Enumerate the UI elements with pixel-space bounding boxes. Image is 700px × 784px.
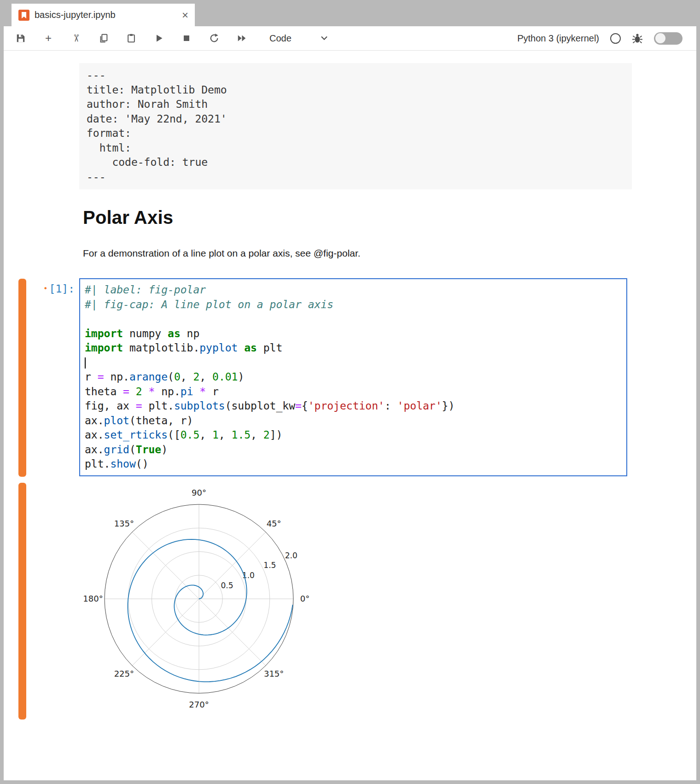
svg-text:2.0: 2.0 <box>285 551 298 560</box>
add-cell-button[interactable]: + <box>43 33 54 44</box>
run-cell-button[interactable] <box>153 33 164 44</box>
play-icon <box>154 34 163 43</box>
kernel-name[interactable]: Python 3 (ipykernel) <box>517 33 599 44</box>
copy-cell-button[interactable] <box>98 33 109 44</box>
cell-type-dropdown[interactable]: Code <box>269 33 328 44</box>
restart-icon <box>209 33 219 43</box>
notebook-tab[interactable]: basics-jupyter.ipynb × <box>12 4 195 26</box>
code-cell[interactable]: #| label: fig-polar#| fig-cap: A line pl… <box>79 278 627 476</box>
raw-cell[interactable]: --- title: Matplotlib Demo author: Norah… <box>79 63 632 189</box>
raw-cell-text: --- title: Matplotlib Demo author: Norah… <box>87 68 624 184</box>
plus-icon: + <box>45 33 52 44</box>
tab-title: basics-jupyter.ipynb <box>35 10 116 20</box>
svg-text:270°: 270° <box>189 700 209 709</box>
tab-bar: basics-jupyter.ipynb × <box>4 4 696 26</box>
svg-text:315°: 315° <box>264 669 284 679</box>
debugger-bug-icon[interactable] <box>632 33 643 44</box>
code-editor[interactable]: #| label: fig-polar#| fig-cap: A line pl… <box>85 283 622 472</box>
chevron-down-icon <box>320 35 328 41</box>
execution-count: •[1]: <box>30 283 75 295</box>
save-button[interactable] <box>15 33 26 44</box>
polar-plot-figure: 0°45°90°135°180°225°270°315°0.51.01.52.0 <box>69 483 327 722</box>
modified-dot: • <box>43 284 48 293</box>
svg-text:90°: 90° <box>192 488 206 497</box>
toggle-knob <box>655 33 665 43</box>
restart-kernel-button[interactable] <box>209 33 220 44</box>
svg-text:1.5: 1.5 <box>263 561 276 570</box>
paste-icon <box>126 33 136 43</box>
stop-icon <box>182 34 191 42</box>
svg-text:225°: 225° <box>114 669 134 679</box>
interrupt-kernel-button[interactable] <box>181 33 192 44</box>
scissors-icon: ✂ <box>71 34 81 42</box>
cell-output: 0°45°90°135°180°225°270°315°0.51.01.52.0 <box>69 483 327 722</box>
run-all-button[interactable] <box>236 33 247 44</box>
cell-type-label: Code <box>269 33 292 44</box>
copy-icon <box>99 33 109 43</box>
svg-text:45°: 45° <box>267 519 281 528</box>
save-icon <box>16 33 26 43</box>
kernel-status-icon[interactable] <box>610 33 621 44</box>
jupyterlab-window: basics-jupyter.ipynb × + ✂ <box>0 0 700 784</box>
notebook-file-icon <box>18 9 30 21</box>
notebook-toolbar: + ✂ <box>4 26 696 51</box>
svg-text:0.5: 0.5 <box>221 581 233 590</box>
tab-close-button[interactable]: × <box>182 10 188 21</box>
fast-forward-icon <box>237 33 247 43</box>
cut-cell-button[interactable]: ✂ <box>70 33 82 44</box>
markdown-paragraph: For a demonstration of a line plot on a … <box>83 248 361 259</box>
notebook-panel: --- title: Matplotlib Demo author: Norah… <box>4 51 696 780</box>
markdown-heading: Polar Axis <box>83 207 173 228</box>
svg-text:180°: 180° <box>83 594 103 603</box>
execution-count-text: [1]: <box>49 283 75 295</box>
svg-text:135°: 135° <box>114 519 134 528</box>
simple-mode-toggle[interactable] <box>654 32 682 45</box>
cell-collapser-output[interactable] <box>18 483 26 720</box>
cell-collapser-code[interactable] <box>18 279 26 477</box>
paste-cell-button[interactable] <box>126 33 137 44</box>
svg-text:0°: 0° <box>300 594 309 603</box>
